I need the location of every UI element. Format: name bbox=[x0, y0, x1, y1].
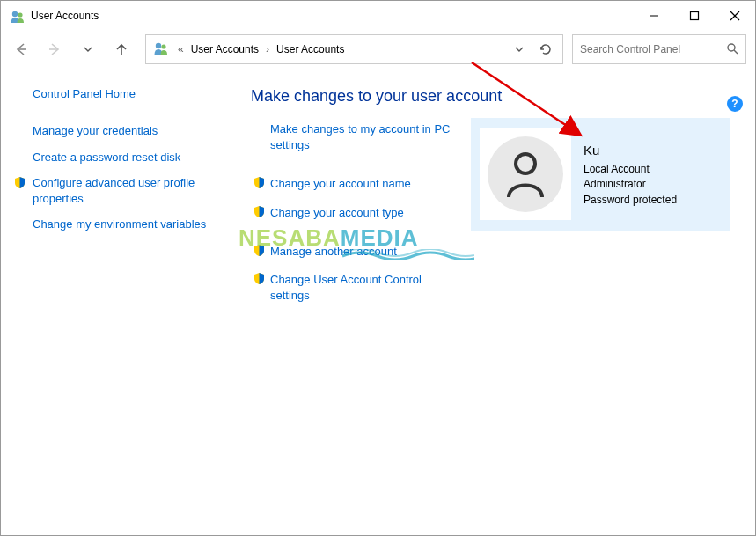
nav-recent-dropdown[interactable] bbox=[73, 34, 103, 64]
svg-point-8 bbox=[156, 43, 161, 48]
search-input[interactable] bbox=[580, 43, 726, 55]
sidebar-item-label: Change my environment variables bbox=[33, 217, 206, 232]
breadcrumb-prefix: « bbox=[174, 43, 187, 55]
sidebar-item-label: Manage your credentials bbox=[33, 123, 158, 139]
action-manage-another[interactable]: Manage another account bbox=[270, 244, 453, 260]
sidebar-change-environment-variables[interactable]: Change my environment variables bbox=[33, 217, 230, 232]
svg-point-10 bbox=[728, 44, 735, 51]
window-controls bbox=[634, 1, 755, 31]
sidebar-create-password-reset-disk[interactable]: Create a password reset disk bbox=[33, 150, 230, 165]
breadcrumb-1[interactable]: User Accounts bbox=[187, 43, 262, 55]
address-bar[interactable]: « User Accounts › User Accounts bbox=[145, 34, 563, 64]
shield-icon bbox=[13, 176, 26, 189]
action-label: Change your account name bbox=[270, 177, 411, 190]
svg-point-12 bbox=[516, 154, 535, 173]
action-change-type[interactable]: Change your account type bbox=[270, 205, 453, 221]
maximize-button[interactable] bbox=[674, 1, 715, 31]
nav-back-button[interactable] bbox=[6, 34, 36, 64]
svg-point-0 bbox=[12, 11, 18, 17]
avatar bbox=[488, 136, 563, 212]
search-icon bbox=[726, 42, 738, 57]
nav-forward-button[interactable] bbox=[40, 34, 70, 64]
shield-icon bbox=[253, 176, 266, 189]
user-protection: Password protected bbox=[584, 193, 677, 208]
breadcrumb-separator: › bbox=[262, 43, 273, 55]
shield-icon bbox=[253, 272, 266, 285]
content-area: Control Panel Home Manage your credentia… bbox=[1, 68, 755, 535]
nav-row: « User Accounts › User Accounts bbox=[1, 31, 755, 68]
sidebar-item-label: Create a password reset disk bbox=[33, 150, 180, 165]
user-account-type: Local Account bbox=[584, 162, 677, 177]
svg-rect-3 bbox=[691, 12, 699, 20]
address-bar-icon bbox=[153, 40, 171, 58]
window-title: User Accounts bbox=[31, 10, 99, 22]
nav-up-button[interactable] bbox=[106, 34, 136, 64]
action-pc-settings[interactable]: Make changes to my account in PC setting… bbox=[270, 121, 453, 153]
action-change-name[interactable]: Change your account name bbox=[270, 176, 453, 192]
search-box[interactable] bbox=[572, 34, 746, 64]
main-panel: Make changes to your user account Make c… bbox=[247, 68, 755, 535]
sidebar-item-label: Configure advanced user profile properti… bbox=[33, 175, 217, 206]
sidebar-configure-advanced-profile[interactable]: Configure advanced user profile properti… bbox=[33, 175, 230, 206]
address-dropdown[interactable] bbox=[506, 36, 532, 62]
svg-point-1 bbox=[18, 12, 22, 17]
shield-icon bbox=[253, 244, 266, 257]
action-label: Make changes to my account in PC setting… bbox=[270, 122, 451, 151]
close-button[interactable] bbox=[715, 1, 755, 31]
user-role: Administrator bbox=[584, 177, 677, 192]
action-label: Change User Account Control settings bbox=[270, 273, 422, 302]
titlebar: User Accounts bbox=[1, 1, 755, 31]
page-heading: Make changes to your user account bbox=[251, 87, 745, 106]
sidebar-manage-credentials[interactable]: Manage your credentials bbox=[33, 123, 230, 139]
user-accounts-icon bbox=[10, 9, 24, 23]
user-name: Ku bbox=[584, 141, 677, 160]
sidebar: Control Panel Home Manage your credentia… bbox=[1, 68, 247, 535]
user-card: Ku Local Account Administrator Password … bbox=[471, 118, 730, 231]
control-panel-home-link[interactable]: Control Panel Home bbox=[33, 87, 136, 100]
avatar-frame bbox=[480, 128, 571, 220]
breadcrumb-2[interactable]: User Accounts bbox=[273, 43, 348, 55]
minimize-button[interactable] bbox=[634, 1, 674, 31]
refresh-button[interactable] bbox=[532, 36, 559, 62]
account-actions: Make changes to my account in PC setting… bbox=[251, 121, 453, 316]
action-label: Change your account type bbox=[270, 206, 404, 219]
user-info: Ku Local Account Administrator Password … bbox=[584, 141, 677, 208]
svg-line-11 bbox=[734, 50, 738, 54]
action-change-uac[interactable]: Change User Account Control settings bbox=[270, 272, 453, 304]
shield-icon bbox=[253, 205, 266, 218]
svg-point-9 bbox=[161, 44, 165, 48]
action-label: Manage another account bbox=[270, 245, 397, 258]
